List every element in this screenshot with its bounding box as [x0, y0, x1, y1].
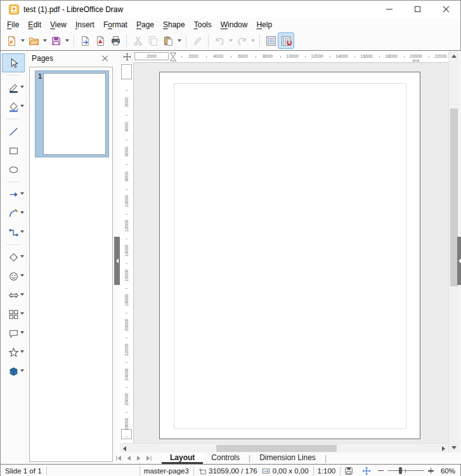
- zoom-slider[interactable]: [378, 468, 434, 473]
- chevron-down-icon: [20, 369, 24, 372]
- horizontal-scrollbar-thumb[interactable]: [216, 445, 337, 452]
- document-modified-indicator[interactable]: [340, 466, 358, 475]
- arrow-up-icon: [451, 55, 457, 58]
- vruler-minor-tick: [126, 313, 127, 314]
- stars-and-banners-tool[interactable]: [3, 343, 24, 361]
- next-page-button[interactable]: [134, 453, 144, 463]
- zoom-in-icon[interactable]: [428, 468, 434, 473]
- last-page-button[interactable]: [144, 453, 154, 463]
- pages-panel-splitter-handle[interactable]: [114, 237, 120, 285]
- scroll-down-button[interactable]: [449, 442, 459, 453]
- ruler-origin-button[interactable]: [120, 51, 134, 63]
- line-color-icon: [8, 83, 19, 93]
- connectors-tool[interactable]: [3, 223, 24, 241]
- horizontal-scrollbar[interactable]: [120, 443, 448, 453]
- scroll-right-button[interactable]: [439, 444, 448, 453]
- scale-indicator[interactable]: 1:100: [313, 467, 340, 475]
- ellipse-tool[interactable]: [3, 161, 24, 178]
- flowchart-tool[interactable]: [3, 305, 24, 323]
- redo-dropdown-button[interactable]: [249, 33, 256, 48]
- open-dropdown-button[interactable]: [41, 33, 48, 48]
- document-page[interactable]: [159, 72, 420, 439]
- rectangle-tool[interactable]: [3, 142, 24, 159]
- document-content: 2000 20004000600080001000012000140001600…: [120, 51, 448, 464]
- new-document-button[interactable]: [4, 33, 19, 48]
- pages-panel-close-icon[interactable]: [101, 55, 108, 62]
- symbol-shapes-tool[interactable]: [3, 267, 24, 285]
- master-page-indicator[interactable]: master-page3: [140, 467, 193, 475]
- menu-item-edit[interactable]: Edit: [23, 19, 46, 30]
- menu-item-view[interactable]: View: [46, 19, 71, 30]
- pages-list[interactable]: 1: [29, 67, 113, 462]
- menu-item-page[interactable]: Page: [132, 19, 159, 30]
- menu-item-insert[interactable]: Insert: [71, 19, 99, 30]
- menu-item-tools[interactable]: Tools: [190, 19, 216, 30]
- hruler-minor-tick: [256, 56, 256, 58]
- ruler-margin-marker-icon[interactable]: [169, 52, 177, 63]
- scroll-up-button[interactable]: [449, 51, 459, 61]
- hruler-minor-tick: [354, 56, 355, 58]
- drawing-canvas[interactable]: [134, 63, 448, 443]
- first-page-button[interactable]: [114, 453, 124, 463]
- menu-item-window[interactable]: Window: [216, 19, 252, 30]
- tab-dimension-lines[interactable]: Dimension Lines: [251, 453, 324, 464]
- tab-controls[interactable]: Controls: [203, 453, 248, 464]
- block-arrows-tool[interactable]: [3, 286, 24, 304]
- snap-to-grid-button[interactable]: [278, 33, 294, 48]
- lines-and-arrows-tool[interactable]: [3, 185, 24, 203]
- new-document-dropdown-button[interactable]: [19, 33, 26, 48]
- menu-item-format[interactable]: Format: [99, 19, 132, 30]
- chevron-down-icon: [20, 274, 24, 277]
- open-button[interactable]: [26, 33, 41, 48]
- scroll-left-button[interactable]: [120, 444, 129, 453]
- sidebar-splitter-handle[interactable]: [457, 237, 461, 285]
- title-bar[interactable]: test (1).pdf - LibreOffice Draw: [1, 1, 460, 18]
- insert-line-tool[interactable]: [3, 122, 24, 140]
- close-button[interactable]: [432, 1, 460, 18]
- save-dropdown-button[interactable]: [63, 33, 70, 48]
- vruler-minor-tick: [126, 140, 127, 140]
- undo-dropdown-button[interactable]: [227, 33, 234, 48]
- minimize-button[interactable]: [375, 1, 403, 18]
- zoom-out-icon[interactable]: [378, 470, 384, 472]
- export-button[interactable]: [77, 33, 93, 48]
- zoom-slider-thumb[interactable]: [399, 467, 402, 474]
- 3d-objects-icon: [8, 366, 19, 377]
- callout-shapes-tool[interactable]: [3, 324, 24, 342]
- vruler-minor-tick: [126, 239, 127, 239]
- page-thumbnail-1[interactable]: 1: [35, 70, 109, 157]
- redo-button: [234, 33, 249, 48]
- previous-page-button[interactable]: [124, 453, 134, 463]
- zoom-level-indicator[interactable]: 60%: [436, 467, 460, 475]
- paste-dropdown-button[interactable]: [176, 33, 183, 48]
- maximize-button[interactable]: [403, 1, 432, 18]
- window-title: test (1).pdf - LibreOffice Draw: [23, 5, 123, 14]
- paste-button[interactable]: [160, 33, 176, 48]
- export-as-pdf-button[interactable]: [93, 33, 108, 48]
- horizontal-ruler[interactable]: 2000 20004000600080001000012000140001600…: [134, 51, 448, 63]
- undo-icon: [214, 36, 225, 46]
- display-grid-button[interactable]: [263, 33, 278, 48]
- zoom-slider-track[interactable]: [387, 470, 424, 471]
- save-button[interactable]: [48, 33, 63, 48]
- menu-item-shape[interactable]: Shape: [159, 19, 190, 30]
- menu-item-help[interactable]: Help: [252, 19, 276, 30]
- line-color-tool[interactable]: [3, 79, 24, 96]
- fill-color-tool[interactable]: [3, 98, 24, 116]
- vertical-ruler[interactable]: 2000400060008000100001200014000160001800…: [120, 63, 134, 443]
- 3d-objects-tool[interactable]: [3, 362, 24, 380]
- hruler-tick-label: 12000: [304, 51, 330, 62]
- curves-and-polygons-tool[interactable]: [3, 204, 24, 222]
- toolbar-separator: [208, 34, 209, 47]
- vruler-tick-label: 2000: [120, 89, 134, 115]
- tab-layout[interactable]: Layout: [162, 453, 203, 464]
- select-tool[interactable]: [3, 54, 24, 72]
- basic-shapes-tool[interactable]: [3, 248, 24, 266]
- minimize-icon: [386, 9, 393, 10]
- fit-page-button[interactable]: [358, 466, 375, 475]
- chevron-down-icon: [21, 39, 25, 42]
- print-button[interactable]: [108, 33, 123, 48]
- slide-indicator: Slide 1 of 1: [1, 467, 46, 475]
- vruler-tick-label: 12000: [120, 213, 134, 239]
- menu-item-file[interactable]: File: [3, 19, 23, 30]
